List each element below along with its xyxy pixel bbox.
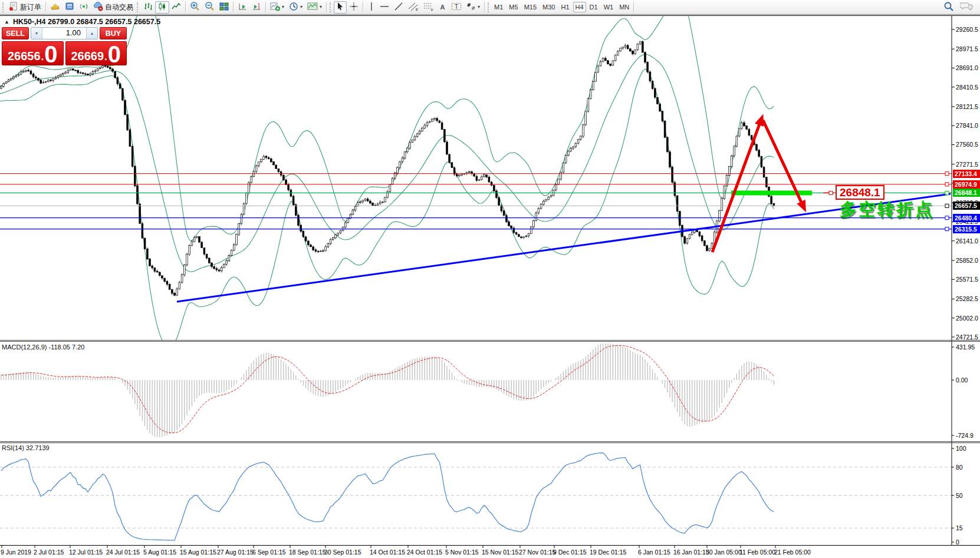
data-window-button[interactable] [63, 1, 77, 14]
search-icon[interactable] [943, 1, 954, 14]
channel-icon: E [408, 2, 419, 13]
periods-dropdown-caret[interactable]: ▾ [300, 5, 302, 9]
crosshair-tool-button[interactable] [347, 1, 361, 14]
arrows-tool-button[interactable]: ▾ [464, 1, 482, 14]
toolbar-separator [233, 2, 234, 12]
toolbar-separator [363, 2, 363, 12]
chat-icon[interactable] [960, 1, 973, 14]
candlestick-chart-button[interactable] [155, 1, 169, 14]
chart-canvas[interactable] [0, 15, 980, 558]
macd-indicator-label: MACD(12,26,9) -118.05 7.20 [2, 344, 84, 351]
auto-scroll-icon [238, 2, 247, 13]
autotrading-label: 自动交易 [105, 2, 133, 12]
timeframe-button-m5[interactable]: M5 [507, 2, 520, 12]
autotrading-button[interactable]: 自动交易 [91, 1, 136, 14]
toolbar-grip [488, 2, 491, 12]
sell-price-dot: . [41, 50, 44, 64]
one-click-trading-panel: SELL ▾ 1.00 ▴ BUY 26656.0 26669.0 [2, 27, 127, 65]
collapse-quote-panel-icon[interactable]: ▲ [4, 19, 9, 25]
line-chart-button[interactable] [169, 1, 183, 14]
timeframe-button-m30[interactable]: M30 [540, 2, 557, 12]
sell-price-main: 26656 [8, 48, 41, 64]
zoom-out-button[interactable] [202, 1, 217, 14]
chart-title-text: HK50-,H4 26799.0 26847.5 26657.5 26657.5 [13, 18, 160, 26]
sell-price-big-digit: 0 [44, 45, 57, 64]
channel-tool-button[interactable]: E [406, 1, 421, 14]
periods-button[interactable]: ▾ [287, 1, 305, 14]
arrows-dropdown-caret[interactable]: ▾ [478, 5, 480, 9]
zoom-in-button[interactable] [188, 1, 202, 14]
bar-chart-button[interactable] [141, 1, 155, 14]
toolbar-separator [265, 2, 266, 12]
signals-icon [79, 2, 88, 13]
label-tool-icon: T [451, 2, 462, 13]
buy-button[interactable]: BUY [100, 27, 127, 39]
new-chart-button[interactable]: ▾ [268, 1, 287, 14]
volume-decrease-button[interactable]: ▾ [31, 28, 42, 39]
chart-shift-icon [252, 2, 261, 13]
signals-button[interactable] [77, 1, 91, 14]
timeframe-button-w1[interactable]: W1 [601, 2, 616, 12]
toolbar-right [943, 1, 979, 14]
clock-icon [289, 2, 298, 13]
vertical-line-icon [368, 2, 375, 13]
fibonacci-tool-button[interactable]: F [421, 1, 436, 14]
timeframe-button-h1[interactable]: H1 [558, 2, 571, 12]
toolbar-separator [185, 2, 186, 12]
tile-windows-button[interactable] [217, 1, 231, 14]
zoom-in-icon [190, 1, 200, 13]
market-watch-icon [50, 2, 60, 13]
autotrading-icon [93, 2, 103, 13]
label-tool-button[interactable]: T [449, 1, 464, 14]
auto-scroll-button[interactable] [235, 1, 249, 14]
text-tool-button[interactable]: A [436, 1, 449, 14]
templates-button[interactable]: ▾ [305, 1, 324, 14]
turning-point-annotation[interactable]: 多空转折点 [840, 198, 934, 222]
volume-stepper: ▾ 1.00 ▴ [31, 27, 98, 39]
candlestick-chart-icon [157, 2, 167, 13]
trendline-tool-button[interactable] [392, 1, 406, 14]
timeframe-button-m15[interactable]: M15 [522, 2, 539, 12]
timeframe-button-d1[interactable]: D1 [587, 2, 600, 12]
buy-price-main: 26669 [71, 48, 104, 64]
crosshair-icon [349, 2, 359, 13]
new-chart-icon [270, 2, 280, 13]
horizontal-line-tool-button[interactable] [377, 1, 392, 14]
new-order-button[interactable]: 新订单 [6, 1, 44, 14]
zoom-out-icon [205, 1, 215, 13]
sell-button[interactable]: SELL [2, 27, 29, 39]
arrows-tool-icon [466, 2, 476, 13]
buy-price-dot: . [104, 50, 107, 64]
toolbar-grip [2, 2, 5, 12]
toolbar-separator [633, 2, 634, 12]
text-tool-icon: A [440, 4, 445, 11]
new-chart-dropdown-caret[interactable]: ▾ [282, 5, 284, 9]
timeframe-group: M1M5M15M30H1H4D1W1MN [492, 2, 632, 12]
horizontal-line-icon [380, 3, 389, 12]
new-order-icon [9, 2, 18, 13]
vertical-line-tool-button[interactable] [365, 1, 377, 14]
line-chart-icon [172, 2, 181, 13]
svg-text:F: F [431, 8, 433, 11]
volume-increase-button[interactable]: ▴ [86, 28, 97, 39]
tile-windows-icon [219, 2, 229, 13]
template-icon [307, 2, 318, 13]
templates-dropdown-caret[interactable]: ▾ [320, 5, 322, 9]
volume-input[interactable]: 1.00 [42, 28, 86, 39]
buy-price-big-digit: 0 [108, 45, 121, 64]
new-order-label: 新订单 [20, 2, 41, 12]
toolbar-grip [330, 2, 333, 12]
data-window-icon [65, 2, 74, 13]
timeframe-button-h4[interactable]: H4 [573, 2, 586, 12]
timeframe-button-m1[interactable]: M1 [492, 2, 505, 12]
sell-price-panel[interactable]: 26656.0 [2, 41, 64, 65]
chart-shift-button[interactable] [249, 1, 264, 14]
trendline-icon [394, 2, 403, 13]
buy-price-panel[interactable]: 26669.0 [65, 41, 127, 65]
timeframe-button-mn[interactable]: MN [617, 2, 632, 12]
market-watch-button[interactable] [48, 1, 63, 14]
cursor-icon [336, 2, 344, 12]
toolbar: 新订单 自动交易 [0, 0, 980, 15]
svg-text:T: T [455, 4, 458, 10]
cursor-tool-button[interactable] [334, 1, 347, 14]
